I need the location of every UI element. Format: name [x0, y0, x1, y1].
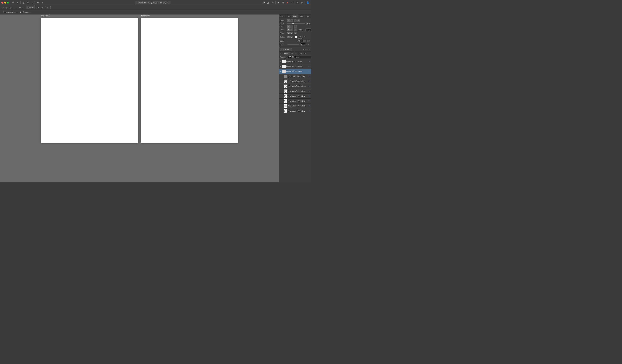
layer-vis-fox1[interactable]: ✓ — [308, 80, 310, 82]
tab-swt[interactable]: Swt — [286, 15, 292, 18]
layer-fox4[interactable]: KIK_ArcticFoxChristma ✓ — [279, 94, 311, 98]
align-vmid-icon[interactable]: ⊣ — [18, 6, 21, 9]
start-arrow2-btn[interactable]: ⇒ — [307, 40, 310, 42]
minimize-button[interactable] — [4, 2, 6, 4]
layer-arrow-artboard36-sel[interactable]: ◉ — [280, 71, 282, 72]
cap-square-icon[interactable]: ⊓ — [294, 25, 297, 28]
blend-mode-select[interactable] — [294, 56, 311, 58]
artboard36[interactable] — [41, 18, 138, 143]
tab-stroke[interactable]: Stroke — [292, 15, 298, 18]
layer-fox7[interactable]: KIK_ArcticFoxChristma ✓ — [279, 108, 311, 113]
style-dot-icon[interactable]: ╌ — [294, 19, 297, 22]
align-outer-icon[interactable]: ⊠ — [294, 32, 297, 34]
grid-icon[interactable]: ⊞ — [11, 1, 15, 5]
sub-tab-fx[interactable]: FX — [295, 52, 299, 55]
cap-butt-icon[interactable]: | — [287, 25, 290, 28]
document-tab[interactable]: XmasWSColoringEasyV2 (100.0%) × — [135, 1, 171, 4]
view-icon[interactable]: ⊟ — [300, 1, 304, 5]
join-round-icon[interactable]: ∪ — [291, 28, 293, 31]
layer-arrow-artboard37[interactable]: ▶ — [280, 66, 282, 67]
layer-arrow-artboard36-top[interactable]: ▶ — [280, 61, 282, 62]
color-picker-icon[interactable]: ● — [285, 1, 289, 5]
layer-fox2[interactable]: KIK_ArcticFoxChristma ✓ — [279, 84, 311, 89]
scale-checkbox[interactable] — [295, 36, 297, 38]
layer-vis-artboard36-sel[interactable]: ✓ — [308, 70, 310, 72]
sub-tab-par[interactable]: Par — [290, 52, 295, 55]
align-left-icon[interactable]: ⬚ — [1, 6, 4, 9]
style-solid-icon[interactable]: ― — [287, 19, 290, 22]
align-inner-icon[interactable]: ⊡ — [291, 32, 293, 34]
end-reset-btn[interactable]: ↺ — [307, 43, 310, 46]
sub-tab-tst[interactable]: Tst — [303, 52, 307, 55]
align-center-icon[interactable]: ⊟ — [5, 6, 8, 9]
layer-vis-fox6[interactable]: ✓ — [308, 105, 310, 107]
layer-artboard36-selected[interactable]: ◉ Artboard36 (Artboard) ✓ — [279, 69, 311, 74]
opacity-input[interactable] — [288, 56, 293, 58]
grid-view-icon[interactable]: ⊞ — [276, 1, 280, 5]
sub-tab-layers[interactable]: Layers — [284, 52, 290, 55]
layer-vis-fox7[interactable]: ✓ — [308, 110, 310, 112]
share-icon[interactable]: ⇧ — [16, 1, 19, 5]
properties-button[interactable]: Properties... — [280, 48, 292, 51]
layer-embedded[interactable]: (Embedded document) ✓ — [279, 74, 311, 79]
layer-vis-embedded[interactable]: ✓ — [308, 75, 310, 77]
cap-round-icon[interactable]: ) — [291, 25, 293, 28]
preferences-tab[interactable]: Preferences... — [19, 11, 33, 14]
layers-list[interactable]: ▶ Artboard36 (Artboard) ✓ ▶ Artboard37 ( — [279, 59, 311, 182]
node-tool[interactable]: ◇ — [36, 1, 40, 5]
pen-tool[interactable]: △ — [266, 1, 270, 5]
layer-fox1[interactable]: KIK_ArcticFoxChristma ✓ — [279, 79, 311, 84]
order-stroke-first-icon[interactable]: ◑ — [291, 36, 293, 38]
layer-vis-fox3[interactable]: ✓ — [308, 90, 310, 92]
style-dash-icon[interactable]: ╌ — [291, 19, 293, 22]
mitre-input[interactable] — [305, 28, 311, 31]
select-tool[interactable]: ⬚ — [32, 1, 36, 5]
persona-vector-icon[interactable]: ◈ — [26, 1, 30, 5]
join-miter-icon[interactable]: ∧ — [287, 28, 290, 31]
style-custom-icon[interactable]: ⊡ — [297, 19, 300, 22]
layer-vis-artboard36-top[interactable]: ✓ — [308, 60, 310, 62]
canvas-inner[interactable]: Artboard36 Artboard37 — [0, 15, 279, 182]
layer-artboard36-top[interactable]: ▶ Artboard36 (Artboard) ✓ — [279, 59, 311, 64]
close-button[interactable] — [1, 2, 3, 4]
tab-brs[interactable]: Brs — [298, 15, 305, 18]
align-center-icon[interactable]: ⊟ — [287, 32, 290, 34]
flip-h-icon[interactable]: ⇔ — [37, 6, 40, 9]
fullscreen-button[interactable] — [7, 2, 9, 4]
tab-apr[interactable]: Apr — [305, 15, 311, 18]
vector-tool[interactable]: ◁ — [271, 1, 275, 5]
join-bevel-icon[interactable]: ⌒ — [294, 28, 297, 31]
zoom-label[interactable]: 100 % — [27, 6, 35, 9]
layer-vis-fox4[interactable]: ✓ — [308, 95, 310, 97]
studio-icon[interactable]: ⊡ — [295, 1, 299, 5]
persona-pixel-icon[interactable]: ◎ — [21, 1, 25, 5]
start-arrow-btn[interactable]: → — [303, 40, 306, 42]
align-top-icon[interactable]: ⊤ — [14, 6, 18, 9]
align-right-icon[interactable]: ⊡ — [9, 6, 12, 9]
user-icon[interactable]: 👤 — [306, 1, 310, 5]
layer-fox6[interactable]: KIK_ArcticFoxChristma ✓ — [279, 103, 311, 108]
layer-fox3[interactable]: KIK_ArcticFoxChristma ✓ — [279, 89, 311, 94]
flip-v-icon[interactable]: ⇕ — [40, 6, 44, 9]
document-setup-tab[interactable]: Document Setup... — [1, 11, 19, 14]
layer-fox5[interactable]: KIK_ArcticFoxChristma ✓ — [279, 98, 311, 103]
layer-vis-fox2[interactable]: ✓ — [308, 85, 310, 87]
artboard37[interactable] — [141, 18, 238, 143]
snap-icon[interactable]: ⊕ — [281, 1, 285, 5]
sub-tab-sty[interactable]: Sty — [298, 52, 303, 55]
end-input[interactable] — [300, 43, 306, 46]
order-fill-first-icon[interactable]: ◐ — [287, 36, 290, 38]
tool-option1[interactable]: ⊠ — [46, 6, 50, 9]
crop-tool[interactable]: ⊟ — [40, 1, 44, 5]
align-bottom-icon[interactable]: ⊥ — [22, 6, 25, 9]
expand-icon[interactable]: ▽ — [290, 1, 294, 5]
doc-tab-close[interactable]: × — [167, 1, 169, 4]
layer-vis-artboard37[interactable]: ✓ — [308, 65, 310, 67]
brush-icon[interactable]: ✏ — [262, 1, 266, 5]
start-input[interactable] — [297, 40, 303, 42]
tab-colour[interactable]: Colour — [279, 15, 286, 18]
sub-tab-chr[interactable]: Chr — [279, 52, 284, 55]
layer-vis-fox5[interactable]: ✓ — [308, 100, 310, 102]
layer-artboard37[interactable]: ▶ Artboard37 (Artboard) ✓ — [279, 64, 311, 69]
width-slider[interactable] — [287, 23, 305, 24]
